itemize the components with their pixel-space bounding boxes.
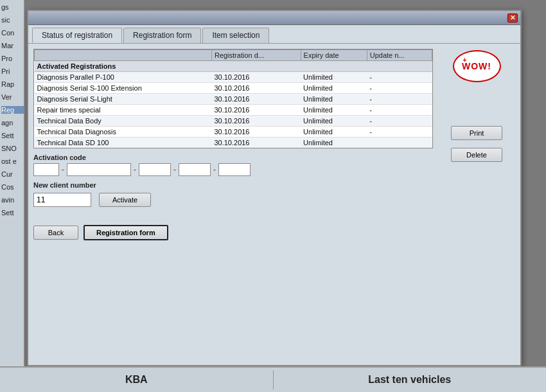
wow-plus-icon: +: [463, 57, 467, 64]
bottom-bar-kba[interactable]: KBA: [0, 369, 273, 391]
code-part-5[interactable]: [218, 163, 251, 176]
row-name: Diagnosis Serial S-Light: [35, 94, 212, 105]
sidebar-item-14[interactable]: Cur: [1, 170, 24, 178]
sidebar-item-5[interactable]: Pro: [1, 55, 24, 62]
sidebar-item-6[interactable]: Pri: [1, 67, 24, 75]
col-reg-date: Registration d...: [211, 50, 301, 61]
row-update: -: [367, 72, 432, 83]
sidebar-item-10[interactable]: agn: [1, 119, 24, 127]
separator-3: -: [173, 165, 176, 174]
row-reg-date: 30.10.2016: [211, 83, 301, 94]
section-header-row: Activated Registrations: [35, 61, 432, 72]
registration-form-button[interactable]: Registration form: [84, 225, 168, 240]
sidebar-item-1[interactable]: gs: [1, 3, 24, 11]
table-row: Technical Data Diagnosis 30.10.2016 Unli…: [35, 127, 432, 138]
row-name: Repair times special: [35, 105, 212, 116]
row-name: Technical Data SD 100: [35, 138, 212, 148]
main-area: Registration d... Expiry date Update n..…: [33, 49, 433, 240]
sidebar-item-7[interactable]: Rap: [1, 80, 24, 88]
row-update: -: [367, 116, 432, 127]
delete-button[interactable]: Delete: [451, 148, 502, 162]
sidebar-item-17[interactable]: Sett: [1, 209, 24, 217]
bottom-bar: KBA Last ten vehicles: [0, 366, 546, 392]
row-expiry: Unlimited: [301, 105, 367, 116]
row-expiry: Unlimited: [301, 94, 367, 105]
sidebar-item-2[interactable]: sic: [1, 16, 24, 24]
code-part-2[interactable]: [67, 163, 131, 176]
table-row: Diagnosis Serial S-100 Extension 30.10.2…: [35, 83, 432, 94]
col-expiry: Expiry date: [301, 50, 367, 61]
activate-button[interactable]: Activate: [99, 193, 151, 207]
code-part-4[interactable]: [179, 163, 211, 176]
row-update: -: [367, 127, 432, 138]
sidebar-item-8[interactable]: Ver: [1, 93, 24, 101]
sidebar-item-15[interactable]: Cos: [1, 183, 24, 191]
table-row: Diagnosis Serial S-Light 30.10.2016 Unli…: [35, 94, 432, 105]
sidebar-item-9[interactable]: Reg: [1, 106, 24, 114]
sidebar-item-13[interactable]: ost e: [1, 157, 24, 165]
sidebar-item-4[interactable]: Mar: [1, 42, 24, 49]
close-button[interactable]: ✕: [507, 13, 518, 22]
print-button[interactable]: Print: [451, 126, 502, 140]
row-expiry: Unlimited: [301, 127, 367, 138]
row-expiry: Unlimited: [301, 72, 367, 83]
separator-2: -: [134, 165, 136, 174]
client-number-input[interactable]: [33, 193, 91, 207]
row-update: [367, 138, 432, 148]
row-name: Technical Data Diagnosis: [35, 127, 212, 138]
row-update: -: [367, 94, 432, 105]
row-reg-date: 30.10.2016: [211, 94, 301, 105]
dialog-body: Registration d... Expiry date Update n..…: [28, 44, 520, 245]
row-name: Diagnosis Serial S-100 Extension: [35, 83, 212, 94]
col-update: Update n...: [367, 50, 432, 61]
sidebar-item-16[interactable]: avin: [1, 196, 24, 204]
activation-code-label: Activation code: [33, 154, 433, 161]
separator-4: -: [213, 165, 216, 174]
row-reg-date: 30.10.2016: [211, 105, 301, 116]
back-button[interactable]: Back: [33, 226, 78, 240]
table-row: Technical Data Body 30.10.2016 Unlimited…: [35, 116, 432, 127]
tab-status[interactable]: Status of registration: [32, 28, 122, 43]
tab-bar: Status of registration Registration form…: [28, 25, 520, 44]
row-reg-date: 30.10.2016: [211, 116, 301, 127]
tab-itemsel[interactable]: Item selection: [202, 28, 269, 43]
registration-table: Registration d... Expiry date Update n..…: [34, 49, 432, 148]
sidebar-item-3[interactable]: Con: [1, 29, 24, 37]
registration-table-container[interactable]: Registration d... Expiry date Update n..…: [33, 49, 433, 148]
bottom-buttons: Back Registration form: [33, 225, 433, 240]
sidebar: gs sic Con Mar Pro Pri Rap Ver Reg agn S…: [0, 0, 24, 366]
code-part-1[interactable]: [33, 163, 59, 176]
col-name: [35, 50, 212, 61]
section-header-label: Activated Registrations: [35, 61, 432, 72]
table-row: Repair times special 30.10.2016 Unlimite…: [35, 105, 432, 116]
row-reg-date: 30.10.2016: [211, 138, 301, 148]
sidebar-item-11[interactable]: Sett: [1, 132, 24, 139]
table-row: Diagnosis Parallel P-100 30.10.2016 Unli…: [35, 72, 432, 83]
row-reg-date: 30.10.2016: [211, 72, 301, 83]
main-dialog: ✕ Status of registration Registration fo…: [27, 10, 522, 366]
row-expiry: Unlimited: [301, 116, 367, 127]
sidebar-item-12[interactable]: SNO: [1, 145, 24, 152]
row-name: Diagnosis Parallel P-100: [35, 72, 212, 83]
wow-logo: + WOW!: [453, 50, 501, 82]
row-update: -: [367, 83, 432, 94]
tab-regform[interactable]: Registration form: [123, 28, 201, 43]
row-expiry: Unlimited: [301, 138, 367, 148]
separator-1: -: [62, 165, 64, 174]
row-name: Technical Data Body: [35, 116, 212, 127]
row-update: -: [367, 105, 432, 116]
client-number-label: New client number: [33, 181, 433, 189]
row-reg-date: 30.10.2016: [211, 127, 301, 138]
activation-code-row: - - - -: [33, 163, 433, 176]
table-row: Technical Data SD 100 30.10.2016 Unlimit…: [35, 138, 432, 148]
code-part-3[interactable]: [139, 163, 171, 176]
title-bar: ✕: [28, 11, 520, 25]
row-expiry: Unlimited: [301, 83, 367, 94]
bottom-bar-last-vehicles[interactable]: Last ten vehicles: [274, 369, 547, 391]
right-panel: + WOW! Print Delete: [438, 49, 515, 240]
client-number-row: Activate: [33, 193, 433, 207]
